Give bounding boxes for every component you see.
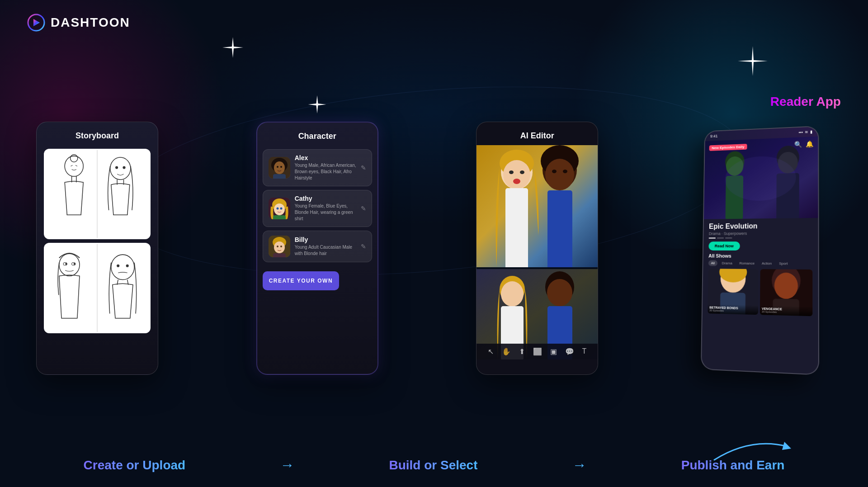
frame-tool-icon[interactable]: ⬜	[533, 347, 542, 356]
svg-point-40	[280, 246, 282, 247]
reader-nav-icons: 🔍 🔔	[794, 140, 813, 148]
arrow2: →	[572, 457, 587, 473]
arrow1: →	[280, 457, 294, 473]
reader-card-grid: BETRAYED BONDS 20 Episodes	[708, 269, 812, 316]
storyboard-screen: Storyboard	[36, 122, 158, 375]
edit-icon-billy[interactable]: ✎	[361, 243, 366, 250]
svg-point-32	[274, 203, 285, 215]
read-now-button[interactable]: Read Now	[708, 241, 740, 251]
char-info-cathy: Cathy Young Female, Blue Eyes, Blonde Ha…	[295, 195, 356, 222]
char-avatar-cathy	[269, 198, 290, 219]
svg-line-5	[75, 165, 77, 166]
character-screen: Character	[256, 122, 378, 375]
character-card-cathy[interactable]: Cathy Young Female, Blue Eyes, Blonde Ha…	[263, 190, 372, 227]
upload-tool-icon[interactable]: ⬆	[519, 347, 525, 356]
svg-point-45	[503, 160, 530, 189]
brand-name: DASHTOON	[51, 15, 130, 30]
tab-romance[interactable]: Romance	[736, 260, 757, 266]
svg-point-52	[545, 159, 574, 190]
svg-point-18	[74, 263, 75, 265]
svg-rect-55	[547, 190, 572, 267]
ai-scene-top	[476, 145, 598, 267]
char-name-billy: Billy	[295, 236, 356, 243]
edit-icon-alex[interactable]: ✎	[361, 164, 366, 171]
cursor-tool-icon[interactable]: ↖	[488, 347, 494, 356]
step1-label: Create or Upload	[84, 458, 186, 473]
svg-point-20	[117, 264, 119, 267]
tab-all[interactable]: All	[708, 260, 717, 266]
svg-point-58	[501, 281, 524, 307]
edit-icon-cathy[interactable]: ✎	[361, 205, 366, 212]
svg-point-28	[280, 166, 282, 168]
character-phone-wrapper: Character	[256, 122, 378, 375]
all-shows-label: All Shows	[708, 253, 812, 259]
bell-icon[interactable]: 🔔	[806, 140, 813, 147]
char-avatar-billy	[269, 236, 290, 257]
step2-label: Build or Select	[389, 458, 477, 473]
svg-rect-49	[505, 188, 528, 267]
tab-drama[interactable]: Drama	[719, 260, 735, 266]
tab-action[interactable]: Action	[759, 260, 774, 266]
reader-app-screen: 9:41 ▪▪▪ ≋ ▮	[701, 125, 819, 375]
search-icon[interactable]: 🔍	[794, 141, 802, 148]
reader-hero: New Episodes Daily 🔍 🔔	[704, 136, 818, 219]
reader-card-betrayed[interactable]: BETRAYED BONDS 20 Episodes	[708, 269, 758, 315]
reader-card-vengeance[interactable]: VENGEANCE 20 Episodes	[760, 269, 812, 316]
reader-tabs: All Drama Romance Action Sport	[708, 260, 812, 266]
logo-icon	[27, 14, 45, 32]
create-own-button[interactable]: CREATE YOUR OWN	[263, 271, 339, 290]
svg-point-19	[111, 255, 134, 279]
reader-app-wrapper: Reader App 9:41 ▪▪▪ ≋ ▮	[687, 117, 832, 379]
character-card-alex[interactable]: Alex Young Male, African American, Brown…	[263, 149, 372, 186]
header: DASHTOON	[27, 14, 130, 32]
ai-editor-title: AI Editor	[476, 122, 598, 145]
svg-point-47	[520, 170, 524, 174]
dot-3	[725, 237, 732, 238]
character-star	[307, 95, 327, 117]
char-desc-alex: Young Male, African American, Brown eyes…	[295, 162, 356, 181]
char-info-alex: Alex Young Male, African American, Brown…	[295, 154, 356, 181]
char-info-billy: Billy Young Adult Caucasian Male with Bl…	[295, 236, 356, 257]
reader-badge: New Episodes Daily	[709, 144, 747, 151]
card-overlay-betrayed: BETRAYED BONDS 20 Episodes	[708, 304, 758, 315]
panel-tool-icon[interactable]: ▣	[550, 347, 557, 356]
character-title: Character	[257, 123, 377, 146]
svg-point-54	[563, 170, 567, 173]
main-layout: Storyboard	[36, 54, 832, 442]
char-name-cathy: Cathy	[295, 195, 356, 202]
show-title: Epic Evolution	[709, 222, 812, 231]
step-labels-container: Create or Upload → Build or Select → Pub…	[36, 457, 832, 473]
char-avatar-alex	[269, 157, 290, 179]
char-desc-billy: Young Adult Caucasian Male with Blonde h…	[295, 244, 356, 257]
battery-icon: ▮	[810, 129, 812, 134]
svg-line-4	[71, 165, 73, 166]
dot-2	[717, 237, 724, 238]
char-desc-cathy: Young Female, Blue Eyes, Blonde Hair, we…	[295, 203, 356, 222]
svg-point-14	[59, 254, 80, 276]
dot-1	[709, 237, 716, 238]
svg-point-17	[65, 263, 67, 265]
status-icons: ▪▪▪ ≋ ▮	[798, 129, 812, 134]
svg-rect-35	[273, 215, 286, 219]
svg-point-9	[115, 166, 118, 169]
ai-editor-phone-wrapper: AI Editor	[476, 122, 598, 375]
tab-sport[interactable]: Sport	[776, 260, 791, 266]
text-tool-icon[interactable]: T	[582, 347, 587, 355]
svg-point-26	[274, 161, 285, 174]
storyboard-title: Storyboard	[37, 122, 158, 145]
svg-point-39	[277, 246, 278, 247]
wifi-icon: ≋	[805, 129, 808, 134]
reader-content: Epic Evolution Drama · Superpowers Read …	[703, 217, 818, 320]
character-card-billy[interactable]: Billy Young Adult Caucasian Male with Bl…	[263, 231, 372, 262]
chat-tool-icon[interactable]: 💬	[565, 347, 574, 356]
status-time: 9:41	[710, 133, 718, 138]
svg-point-21	[126, 264, 129, 267]
storyboard-panels	[37, 145, 158, 337]
svg-point-61	[547, 279, 572, 306]
svg-point-33	[276, 207, 278, 209]
ai-scene-bottom: ↖ ✋ ⬆ ⬜ ▣ 💬 T	[476, 269, 598, 359]
hand-tool-icon[interactable]: ✋	[502, 347, 511, 356]
card-overlay-vengeance: VENGEANCE 20 Episodes	[760, 305, 812, 316]
sketch-panel-1	[44, 149, 151, 239]
reader-app-label: Reader App	[770, 95, 841, 109]
